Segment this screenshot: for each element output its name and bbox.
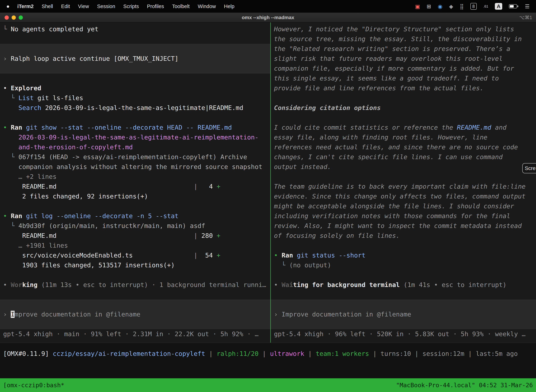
- text-segment: (1m 41s • esc to interrupt): [404, 281, 507, 288]
- close-button[interactable]: [5, 15, 9, 20]
- terminal-line: README.md | 4 +: [0, 182, 270, 191]
- menu-session[interactable]: Session: [97, 4, 115, 9]
- wifi-icon[interactable]: ☰: [525, 3, 530, 9]
- text-segment: [3, 163, 19, 170]
- text-segment: Considering citation options: [274, 104, 381, 111]
- empty-line: [271, 290, 536, 300]
- empty-line: [0, 73, 270, 83]
- prompt-box[interactable]: › Ralph loop active continue [OMX_TMUX_I…: [0, 44, 270, 73]
- terminal-line: companion file, especially if more comme…: [271, 64, 536, 73]
- text-segment: List: [19, 94, 34, 102]
- terminal-line: • Working (11m 13s • esc to interrupt) ·…: [0, 280, 270, 290]
- text-segment: git show --stat --oneline --decorate HEA…: [26, 124, 232, 131]
- blue-app-icon[interactable]: ◉: [438, 3, 442, 9]
- menu-edit[interactable]: Edit: [61, 4, 70, 9]
- terminal-line: └ 067f154 (HEAD -> essay/ai-reimplementa…: [0, 152, 270, 162]
- menu-window[interactable]: Window: [198, 4, 216, 9]
- text-segment: |: [258, 350, 270, 357]
- text-segment: king: [22, 281, 38, 288]
- empty-line: [271, 113, 536, 123]
- text-segment: |: [194, 232, 198, 239]
- empty-line: [271, 270, 536, 280]
- left-pane[interactable]: └ No agents completed yet› Ralph loop ac…: [0, 23, 270, 343]
- key-8-icon[interactable]: 8: [470, 3, 477, 10]
- prompt-box[interactable]: › Improve documentation in @filename: [0, 300, 270, 329]
- text-segment: 067f154 (HEAD -> essay/ai-reimplementati…: [19, 153, 247, 160]
- minimize-button[interactable]: [12, 15, 16, 20]
- text-segment: 2 files changed, 92 insertions(+): [3, 193, 148, 200]
- menu-items: iTerm2ShellEditViewSessionScriptsProfile…: [17, 4, 243, 9]
- text-segment: ›: [274, 311, 282, 318]
- text-segment: No agents completed yet: [11, 25, 98, 33]
- text-segment: [3, 104, 19, 111]
- text-segment: might be acceptable alongside the file l…: [274, 202, 514, 210]
- text-segment: └: [3, 222, 19, 229]
- text-segment: [3, 242, 19, 249]
- terminal-line: 1903 files changed, 513517 insertions(+): [0, 260, 270, 270]
- terminal-line: review. Also, I might want to inspect th…: [271, 221, 536, 231]
- menu-help[interactable]: Help: [224, 4, 234, 9]
- text-segment: provide file and line references from th…: [274, 84, 483, 92]
- screenshot-toast[interactable]: Scre: [522, 163, 536, 173]
- terminal-line: the "Related research writing" section i…: [271, 44, 536, 54]
- terminal-line: • Ran git show --stat --oneline --decora…: [0, 123, 270, 132]
- badge-61-icon[interactable]: .61: [483, 5, 488, 9]
- terminal-line: and-the-erosion-of-copyleft.md: [0, 142, 270, 152]
- terminal-line: I could cite commit statistics or refere…: [271, 123, 536, 132]
- text-segment: └: [3, 94, 19, 102]
- text-segment: and-the-erosion-of-copyleft.md: [19, 144, 133, 151]
- text-segment: gpt-5.4 xhigh · main · 91% left · 2.31M …: [3, 330, 258, 338]
- text-segment: Ran: [11, 212, 22, 219]
- text-segment: review. Also, I might want to inspect th…: [274, 222, 522, 229]
- dots-grid-icon[interactable]: ⣿: [460, 3, 464, 9]
- window-grid-icon[interactable]: ⊞: [427, 3, 431, 9]
- right-pane[interactable]: However, I noticed the "Directory Struct…: [271, 23, 536, 343]
- text-segment: companion file, especially if more comme…: [274, 65, 514, 72]
- input-source-a-icon[interactable]: A: [495, 3, 502, 10]
- empty-line: [0, 201, 270, 211]
- terminal-line: changes, I can't cite specific file line…: [271, 152, 536, 162]
- menu-view[interactable]: View: [78, 4, 89, 9]
- terminal-line: └ (no output): [271, 260, 536, 270]
- terminal-line: [OMX#0.11.9] cczip/essay/ai-reimplementa…: [0, 349, 536, 359]
- terminal-line: 2 files changed, 92 insertions(+): [0, 191, 270, 201]
- text-segment: Search: [19, 104, 41, 111]
- terminal-line: provide file and line references from th…: [271, 83, 536, 93]
- terminal-line: 2026-03-09-is-legal-the-same-as-legitima…: [0, 132, 270, 142]
- text-segment: └: [274, 261, 289, 269]
- menu-iterm2[interactable]: iTerm2: [17, 4, 34, 9]
- terminal-line: essay file, along with finding root file…: [271, 132, 536, 142]
- terminal-line: output instead.: [271, 162, 536, 172]
- text-segment: cczip/essay/ai-reimplementation-copyleft: [53, 350, 205, 357]
- text-segment: Ralph loop active continue [OMX_TMUX_INJ…: [11, 55, 178, 62]
- text-segment: 4b9d30f (origin/main, instructkr/main, m…: [19, 222, 205, 229]
- text-segment: of focusing solely on file lines.: [274, 232, 400, 239]
- text-segment: Explored: [11, 84, 41, 92]
- empty-line: [0, 34, 270, 44]
- menu-scripts[interactable]: Scripts: [123, 4, 139, 9]
- text-segment: +: [217, 252, 220, 259]
- menu-toolbelt[interactable]: Toolbelt: [172, 4, 190, 9]
- text-segment: ralph:11/20: [217, 350, 258, 357]
- menu-bar: ● iTerm2ShellEditViewSessionScriptsProfi…: [0, 0, 536, 13]
- text-segment: session:12m: [422, 350, 464, 357]
- terminal-line: └ No agents completed yet: [0, 24, 270, 34]
- menu-shell[interactable]: Shell: [42, 4, 53, 9]
- apple-logo-icon[interactable]: ●: [6, 3, 10, 9]
- screen-recording-icon[interactable]: ▣: [415, 3, 420, 9]
- empty-line: [0, 290, 270, 300]
- zoom-button[interactable]: [19, 15, 23, 20]
- text-segment: output instead.: [274, 163, 331, 170]
- menu-profiles[interactable]: Profiles: [147, 4, 164, 9]
- text-segment: Wai: [282, 281, 293, 288]
- text-segment: 4: [197, 183, 216, 190]
- text-segment: [400, 281, 404, 288]
- terminal-area: └ No agents completed yet› Ralph loop ac…: [0, 23, 536, 343]
- battery-icon[interactable]: [509, 4, 518, 9]
- prompt-box[interactable]: › Improve documentation in @filename: [271, 300, 536, 329]
- text-segment: the source tree, missing the essay. Stil…: [274, 35, 522, 42]
- dark-app-icon[interactable]: ◆: [449, 3, 453, 9]
- terminal-line: › Improve documentation in @filename: [0, 309, 270, 319]
- text-segment: |: [194, 252, 198, 259]
- terminal-line: • Ran git status --short: [271, 250, 536, 260]
